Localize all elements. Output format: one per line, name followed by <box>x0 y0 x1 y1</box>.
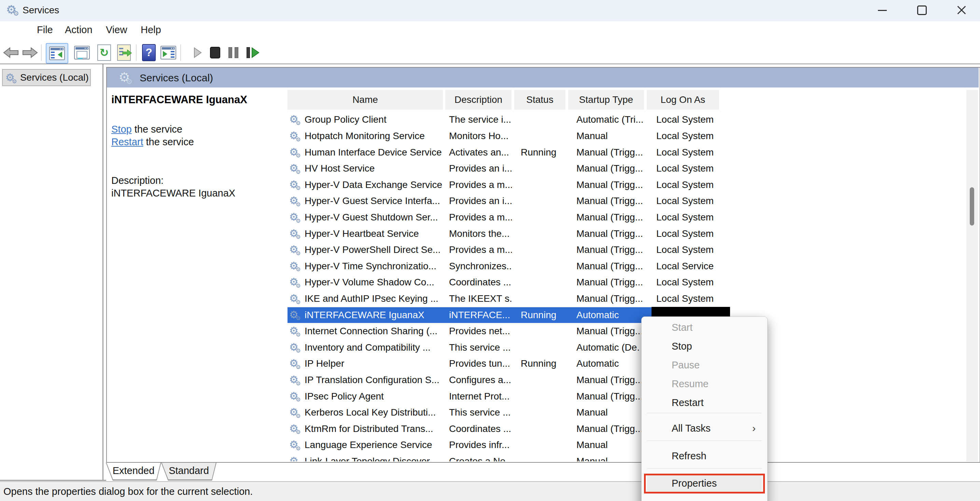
table-row[interactable]: ⚙ IPsec Policy Agent Internet Prot... Ma… <box>288 388 966 405</box>
service-gear-icon: ⚙ <box>289 228 298 239</box>
cell-description: Activates an... <box>449 144 512 161</box>
service-gear-icon: ⚙ <box>289 423 298 434</box>
cell-log-on-as: Local System <box>656 209 720 225</box>
service-gear-icon: ⚙ <box>289 439 298 450</box>
vertical-scrollbar-thumb[interactable] <box>970 187 974 225</box>
vertical-scrollbar-track[interactable] <box>966 90 978 461</box>
table-row[interactable]: ⚙ Hyper-V Guest Service Interfa... Provi… <box>288 193 966 209</box>
back-icon <box>3 47 19 59</box>
title-bar: ⚙ Services <box>0 0 980 21</box>
table-row[interactable]: ⚙ IP Helper Provides tun... Running Auto… <box>288 356 966 372</box>
table-row[interactable]: ⚙ KtmRm for Distributed Trans... Coordin… <box>288 421 966 437</box>
tab-standard[interactable]: Standard <box>161 463 216 480</box>
cell-status: Running <box>521 307 566 323</box>
context-menu-separator <box>647 468 762 469</box>
maximize-icon <box>917 5 927 15</box>
back-button[interactable] <box>2 43 20 62</box>
cell-status: Running <box>521 356 566 372</box>
services-header-band: ⚙ Services (Local) <box>107 68 978 88</box>
show-action-pane-button[interactable] <box>158 43 178 62</box>
cell-status <box>521 160 566 177</box>
table-row[interactable]: ⚙ Hyper-V Guest Shutdown Ser... Provides… <box>288 209 966 225</box>
cell-name: Kerberos Local Key Distributi... <box>305 404 443 421</box>
table-row[interactable]: ⚙ IP Translation Configuration S... Conf… <box>288 372 966 388</box>
cell-startup-type: Automatic (De. <box>576 339 645 356</box>
cell-startup-type: Manual (Trigg... <box>576 144 645 161</box>
cell-status <box>521 404 566 421</box>
cell-name: Link-Layer Topology Discover... <box>305 453 443 461</box>
help-button[interactable]: ? <box>141 43 157 62</box>
show-console-tree-button[interactable] <box>46 43 68 64</box>
cell-log-on-as: Local System <box>656 112 720 128</box>
cell-startup-type: Manual (Trigg... <box>576 193 645 209</box>
stop-service-button[interactable] <box>208 43 223 62</box>
cell-description: Provides a m... <box>449 177 512 193</box>
table-row[interactable]: ⚙ Hyper-V Heartbeat Service Monitors the… <box>288 225 966 242</box>
table-row[interactable]: ⚙ Group Policy Client The service i... A… <box>288 112 966 128</box>
content-divider <box>0 64 980 64</box>
context-menu-item-label: Start <box>672 322 692 333</box>
tab-extended[interactable]: Extended <box>106 463 161 480</box>
cell-name: Hyper-V Time Synchronizatio... <box>305 258 443 274</box>
cell-log-on-as: Local System <box>656 225 720 242</box>
cell-startup-type: Manual (Trigg... <box>576 290 645 307</box>
cell-startup-type: Manual <box>576 453 645 461</box>
cell-name: Hyper-V Guest Shutdown Ser... <box>305 209 443 225</box>
cell-description: The IKEEXT s... <box>449 290 512 307</box>
context-menu-item-all-tasks[interactable]: All Tasks › <box>642 420 767 437</box>
table-row[interactable]: ⚙ HV Host Service Provides an i... Manua… <box>288 160 966 177</box>
properties-icon <box>74 46 90 59</box>
table-row[interactable]: ⚙ iNTERFACEWARE IguanaX iNTERFACE... Run… <box>288 307 966 323</box>
description-text: iNTERFACEWARE IguanaX <box>111 188 235 199</box>
forward-button[interactable] <box>21 43 39 62</box>
minimize-button[interactable] <box>867 0 898 21</box>
context-menu-item-restart[interactable]: Restart › <box>642 394 767 411</box>
table-row[interactable]: ⚙ Hyper-V PowerShell Direct Se... Provid… <box>288 242 966 258</box>
service-gear-icon: ⚙ <box>289 163 298 173</box>
table-row[interactable]: ⚙ Kerberos Local Key Distributi... This … <box>288 404 966 421</box>
table-row[interactable]: ⚙ Internet Connection Sharing (... Provi… <box>288 323 966 339</box>
restart-service-button[interactable] <box>244 43 262 62</box>
cell-status <box>521 437 566 453</box>
table-row[interactable]: ⚙ Hyper-V Time Synchronizatio... Synchro… <box>288 258 966 274</box>
close-icon <box>956 5 967 15</box>
close-button[interactable] <box>946 0 977 21</box>
table-row[interactable]: ⚙ Inventory and Compatibility ... This s… <box>288 339 966 356</box>
service-gear-icon: ⚙ <box>289 179 298 190</box>
status-bar: Opens the properties dialog box for the … <box>0 481 980 501</box>
cell-log-on-as: Local System <box>656 290 720 307</box>
maximize-button[interactable] <box>906 0 938 21</box>
table-row[interactable]: ⚙ Hyper-V Data Exchange Service Provides… <box>288 177 966 193</box>
menu-help[interactable]: Help <box>111 21 980 38</box>
cell-name: Hyper-V Heartbeat Service <box>305 225 443 242</box>
service-gear-icon: ⚙ <box>289 212 298 222</box>
show-action-pane-icon <box>161 46 176 59</box>
context-menu-item-refresh[interactable]: Refresh › <box>642 447 767 464</box>
tree-item-services-local[interactable]: ⚙ Services (Local) <box>2 69 91 86</box>
pane-splitter[interactable] <box>102 64 103 480</box>
services-window: ⚙ Services File Action View Help <box>0 0 980 501</box>
refresh-button[interactable]: ↻ <box>95 43 113 62</box>
context-menu-item-label: Stop <box>672 341 692 352</box>
start-service-icon <box>193 47 202 58</box>
restart-link[interactable]: Restart <box>111 136 143 147</box>
cell-name: IPsec Policy Agent <box>305 388 443 405</box>
cell-name: IP Translation Configuration S... <box>305 372 443 388</box>
service-gear-icon: ⚙ <box>289 310 298 320</box>
table-row[interactable]: ⚙ Hyper-V Volume Shadow Co... Coordinate… <box>288 274 966 290</box>
export-list-button[interactable] <box>115 43 133 62</box>
table-row[interactable]: ⚙ Hotpatch Monitoring Service Monitors H… <box>288 128 966 144</box>
context-menu: Start › Stop › Pause › Resume › Restart … <box>641 316 768 501</box>
table-row[interactable]: ⚙ Language Experience Service Provides i… <box>288 437 966 453</box>
context-menu-item-stop[interactable]: Stop › <box>642 338 767 355</box>
pause-service-button[interactable] <box>225 43 241 62</box>
cell-name: Hyper-V Guest Service Interfa... <box>305 193 443 209</box>
stop-service-line: Stop the service <box>111 124 182 135</box>
table-row[interactable]: ⚙ Link-Layer Topology Discover... Create… <box>288 453 966 461</box>
start-service-button[interactable] <box>190 43 205 62</box>
table-row[interactable]: ⚙ IKE and AuthIP IPsec Keying ... The IK… <box>288 290 966 307</box>
table-row[interactable]: ⚙ Human Interface Device Service Activat… <box>288 144 966 161</box>
stop-link[interactable]: Stop <box>111 124 132 135</box>
properties-toolbar-button[interactable] <box>72 43 92 62</box>
service-gear-icon: ⚙ <box>289 114 298 124</box>
